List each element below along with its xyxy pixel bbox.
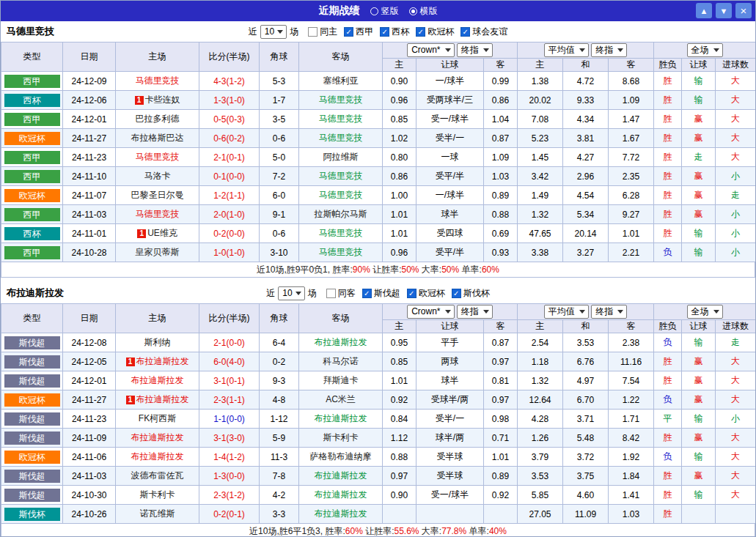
checkbox-unchecked-icon[interactable] bbox=[326, 289, 336, 298]
filter-checkbox[interactable]: ✓欧冠杯 bbox=[416, 26, 454, 38]
away-team-cell: 布拉迪斯拉发 bbox=[299, 467, 383, 486]
goals-result-cell: 大 bbox=[716, 448, 756, 467]
euro-average-select[interactable]: 平均值 bbox=[544, 305, 589, 319]
euro-away-odds: 1.67 bbox=[609, 129, 654, 148]
euro-away-odds: 1.03 bbox=[609, 505, 654, 524]
result-cell: 平 bbox=[654, 410, 682, 429]
league-cell: 斯伐超 bbox=[1, 486, 63, 505]
checkbox-checked-icon[interactable]: ✓ bbox=[460, 27, 470, 37]
odds-company-select[interactable]: Crown* bbox=[407, 43, 454, 57]
col-header-score: 比分(半场) bbox=[199, 304, 260, 333]
league-cell: 斯伐超 bbox=[1, 467, 63, 486]
corner-score: 9-1 bbox=[260, 205, 299, 224]
euro-home-odds: 3.53 bbox=[518, 467, 563, 486]
asia-final-odds-select[interactable]: 终指 bbox=[457, 305, 493, 319]
chevron-down-icon bbox=[483, 48, 489, 52]
goals-result-cell: 大 bbox=[716, 91, 756, 110]
asia-final-odds-select[interactable]: 终指 bbox=[457, 43, 493, 57]
corner-score: 0-6 bbox=[260, 129, 299, 148]
euro-home-odds: 5.23 bbox=[518, 129, 563, 148]
checkbox-label: 欧冠杯 bbox=[419, 287, 445, 300]
move-down-button[interactable]: ▼ bbox=[716, 3, 732, 18]
layout-radio-horizontal[interactable]: 横版 bbox=[409, 5, 438, 18]
euro-home-odds: 2.54 bbox=[518, 333, 563, 352]
euro-final-odds-select[interactable]: 终指 bbox=[591, 305, 627, 319]
match-count-select[interactable]: 10 bbox=[278, 286, 304, 300]
league-cell: 欧冠杯 bbox=[1, 186, 63, 205]
full-match-select[interactable]: 全场 bbox=[687, 43, 723, 57]
asia-away-odds: 0.81 bbox=[484, 371, 518, 390]
handicap-result-cell: 输 bbox=[682, 72, 716, 91]
away-team-cell: 拜斯迪卡 bbox=[299, 371, 383, 390]
games-label: 场 bbox=[290, 26, 298, 38]
home-team: 布拉迪斯拉发 bbox=[136, 394, 189, 404]
euro-draw-odds: 6.70 bbox=[563, 390, 609, 410]
league-badge: 欧冠杯 bbox=[4, 189, 60, 202]
rank-1-icon: 1 bbox=[126, 396, 135, 404]
away-team: 马德里竞技 bbox=[319, 133, 363, 143]
home-team-cell: 巴黎圣日尔曼 bbox=[116, 186, 199, 205]
checkbox-unchecked-icon[interactable] bbox=[308, 27, 318, 37]
euro-final-odds-select[interactable]: 终指 bbox=[591, 43, 627, 57]
euro-average-select[interactable]: 平均值 bbox=[544, 43, 589, 57]
home-team-cell: 斯利纳 bbox=[116, 333, 199, 352]
euro-draw-odds: 3.27 bbox=[563, 243, 609, 262]
filter-checkbox[interactable]: ✓西甲 bbox=[344, 26, 373, 38]
goals-result-cell: 大 bbox=[716, 72, 756, 91]
odds-company-select[interactable]: Crown* bbox=[407, 305, 454, 319]
filter-checkbox[interactable]: 同主 bbox=[308, 26, 337, 38]
result-cell: 胜 bbox=[654, 72, 682, 91]
match-score: 0-2(0-1) bbox=[199, 505, 260, 524]
euro-final-odds-value: 终指 bbox=[595, 305, 613, 318]
euro-away-odds: 1.41 bbox=[609, 486, 654, 505]
checkbox-checked-icon[interactable]: ✓ bbox=[380, 27, 389, 37]
handicap-result-cell: 赢 bbox=[682, 429, 716, 448]
filter-checkbox[interactable]: ✓斯伐杯 bbox=[452, 287, 490, 300]
asia-handicap: 受一/球半 bbox=[416, 486, 484, 505]
checkbox-label: 斯伐杯 bbox=[463, 287, 490, 300]
result-cell: 胜 bbox=[654, 110, 682, 129]
asia-away-odds: 0.87 bbox=[484, 129, 518, 148]
filter-checkbox[interactable]: 同客 bbox=[326, 287, 356, 300]
match-date: 24-11-09 bbox=[63, 429, 116, 448]
radio-vertical-label: 竖版 bbox=[381, 5, 399, 18]
home-team-cell: 诺瓦维斯 bbox=[116, 505, 199, 524]
close-button[interactable]: × bbox=[735, 3, 752, 18]
filter-checkboxes: 同客✓斯伐超✓欧冠杯✓斯伐杯 bbox=[320, 287, 490, 300]
checkbox-checked-icon[interactable]: ✓ bbox=[416, 27, 425, 37]
match-score: 4-3(1-2) bbox=[199, 72, 260, 91]
filter-checkbox[interactable]: ✓斯伐超 bbox=[362, 287, 400, 300]
home-team: 斯卡利卡 bbox=[140, 489, 175, 500]
handicap-result-cell: 赢 bbox=[682, 371, 716, 390]
euro-away-odds: 6.28 bbox=[609, 186, 654, 205]
checkbox-checked-icon[interactable]: ✓ bbox=[407, 289, 416, 298]
home-team: 布拉迪斯拉发 bbox=[131, 451, 184, 462]
home-team: 马德里竞技 bbox=[136, 152, 180, 162]
filter-checkbox[interactable]: ✓球会友谊 bbox=[460, 26, 507, 38]
asia-handicap: 球半 bbox=[416, 205, 484, 224]
home-team-cell: 布拉格斯巴达 bbox=[116, 129, 199, 148]
filter-checkbox[interactable]: ✓西杯 bbox=[380, 26, 409, 38]
league-badge: 西杯 bbox=[4, 94, 60, 107]
league-cell: 欧冠杯 bbox=[1, 448, 63, 467]
goals-result-cell: 大 bbox=[716, 352, 756, 371]
move-up-button[interactable]: ▲ bbox=[696, 3, 712, 18]
full-match-select[interactable]: 全场 bbox=[687, 305, 723, 319]
asia-home-odds: 0.96 bbox=[383, 243, 416, 262]
checkbox-checked-icon[interactable]: ✓ bbox=[362, 289, 372, 298]
corner-score: 7-2 bbox=[260, 167, 299, 186]
col-header-result: 胜负 bbox=[654, 59, 682, 72]
checkbox-checked-icon[interactable]: ✓ bbox=[452, 289, 461, 298]
handicap-result-cell: 输 bbox=[682, 410, 716, 429]
filter-checkbox[interactable]: ✓欧冠杯 bbox=[407, 287, 445, 300]
col-header-date: 日期 bbox=[63, 304, 116, 333]
chevron-down-icon bbox=[617, 48, 623, 52]
match-date: 24-12-09 bbox=[63, 72, 116, 91]
match-date: 24-12-06 bbox=[63, 91, 116, 110]
euro-draw-odds: 4.54 bbox=[563, 186, 609, 205]
home-team-cell: 马洛卡 bbox=[116, 167, 199, 186]
match-count-select[interactable]: 10 bbox=[260, 25, 287, 39]
away-team: 塞维利亚 bbox=[323, 75, 359, 86]
layout-radio-vertical[interactable]: 竖版 bbox=[370, 5, 399, 18]
checkbox-checked-icon[interactable]: ✓ bbox=[344, 27, 353, 37]
